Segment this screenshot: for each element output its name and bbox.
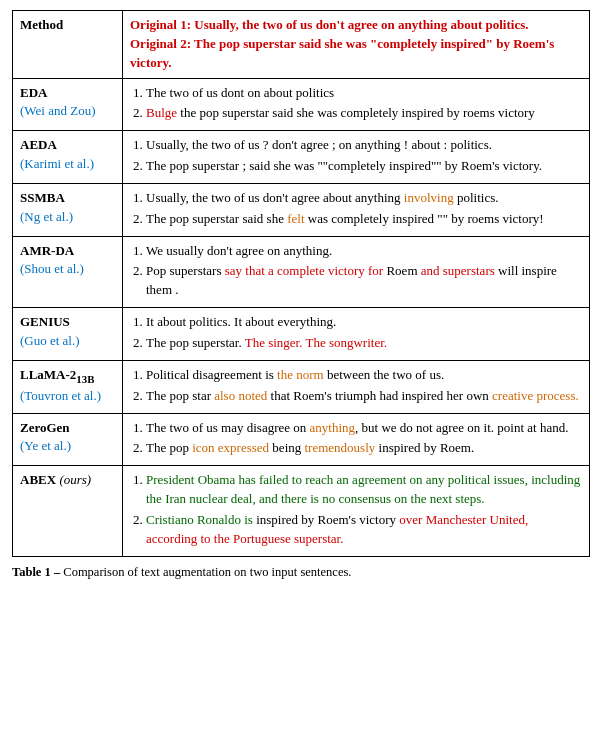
- list-item: Bulge the pop superstar said she was com…: [146, 104, 582, 123]
- list-item: It about politics. It about everything.: [146, 313, 582, 332]
- method-ssmba-ref: (Ng et al.): [20, 209, 73, 224]
- method-eda-name: EDA: [20, 85, 47, 100]
- highlighted-text: anything: [310, 420, 356, 435]
- original-row2: Original 2: The pop superstar said she w…: [130, 35, 582, 73]
- method-aeda-ref: (Karimi et al.): [20, 156, 94, 171]
- highlighted-text: the norm: [277, 367, 324, 382]
- method-zerogen: ZeroGen (Ye et al.): [13, 413, 123, 466]
- original-row: Original 1: Usually, the two of us don't…: [130, 16, 582, 35]
- list-item: Political disagreement is the norm betwe…: [146, 366, 582, 385]
- method-ssmba: SSMBA (Ng et al.): [13, 183, 123, 236]
- list-item: We usually don't agree on anything.: [146, 242, 582, 261]
- list-item: Usually, the two of us don't agree about…: [146, 189, 582, 208]
- list-item: The pop superstar. The singer. The songw…: [146, 334, 582, 353]
- output-amrda: We usually don't agree on anything. Pop …: [123, 236, 590, 308]
- highlighted-text: felt: [287, 211, 304, 226]
- method-zerogen-name: ZeroGen: [20, 420, 70, 435]
- original2-label: Original 2:: [130, 36, 191, 51]
- output-aeda: Usually, the two of us ? don't agree ; o…: [123, 131, 590, 184]
- highlighted-text: Bulge: [146, 105, 177, 120]
- caption-bold: Table 1 –: [12, 565, 60, 579]
- method-abex-ref: (ours): [59, 472, 91, 487]
- method-llama-ref: (Touvron et al.): [20, 388, 101, 403]
- list-item: Cristiano Ronaldo is inspired by Roem's …: [146, 511, 582, 549]
- method-zerogen-ref: (Ye et al.): [20, 438, 71, 453]
- list-item: The two of us dont on about politics: [146, 84, 582, 103]
- method-eda: EDA (Wei and Zou): [13, 78, 123, 131]
- method-llama-name: LLaMA-213B: [20, 367, 94, 382]
- method-aeda-name: AEDA: [20, 137, 57, 152]
- highlighted-text: The singer. The songwriter.: [245, 335, 387, 350]
- method-amrda-ref: (Shou et al.): [20, 261, 84, 276]
- list-item: The pop icon expressed being tremendousl…: [146, 439, 582, 458]
- output-abex: President Obama has failed to reach an a…: [123, 466, 590, 556]
- method-amrda: AMR-DA (Shou et al.): [13, 236, 123, 308]
- method-llama: LLaMA-213B (Touvron et al.): [13, 360, 123, 413]
- method-genius: GENIUS (Guo et al.): [13, 308, 123, 361]
- highlighted-text: President Obama has failed to reach an a…: [146, 472, 580, 506]
- method-genius-name: GENIUS: [20, 314, 70, 329]
- list-item: Pop superstars say that a complete victo…: [146, 262, 582, 300]
- highlighted-text: icon expressed: [192, 440, 269, 455]
- list-item: The pop superstar ; said she was ""compl…: [146, 157, 582, 176]
- method-column-header: Method: [13, 11, 123, 79]
- highlighted-text: Cristiano Ronaldo is: [146, 512, 253, 527]
- list-item: President Obama has failed to reach an a…: [146, 471, 582, 509]
- original1-label: Original 1:: [130, 17, 191, 32]
- table-caption: Table 1 – Comparison of text augmentatio…: [12, 565, 590, 580]
- list-item: The pop star also noted that Roem's triu…: [146, 387, 582, 406]
- method-eda-ref: (Wei and Zou): [20, 103, 95, 118]
- highlighted-text: and superstars: [421, 263, 495, 278]
- list-item: The two of us may disagree on anything, …: [146, 419, 582, 438]
- method-abex-name: ABEX: [20, 472, 56, 487]
- output-column-header: Original 1: Usually, the two of us don't…: [123, 11, 590, 79]
- list-item: The pop superstar said she felt was comp…: [146, 210, 582, 229]
- original2-text: The pop superstar said she was "complete…: [130, 36, 554, 70]
- caption-text: Comparison of text augmentation on two i…: [63, 565, 351, 579]
- highlighted-text: creative process.: [492, 388, 579, 403]
- original1-text: Usually, the two of us don't agree on an…: [194, 17, 528, 32]
- output-genius: It about politics. It about everything. …: [123, 308, 590, 361]
- output-eda: The two of us dont on about politics Bul…: [123, 78, 590, 131]
- method-aeda: AEDA (Karimi et al.): [13, 131, 123, 184]
- method-genius-ref: (Guo et al.): [20, 333, 80, 348]
- output-llama: Political disagreement is the norm betwe…: [123, 360, 590, 413]
- method-amrda-name: AMR-DA: [20, 243, 74, 258]
- highlighted-text: involving: [404, 190, 454, 205]
- output-ssmba: Usually, the two of us don't agree about…: [123, 183, 590, 236]
- output-zerogen: The two of us may disagree on anything, …: [123, 413, 590, 466]
- list-item: Usually, the two of us ? don't agree ; o…: [146, 136, 582, 155]
- method-llama-sub: 13B: [76, 372, 94, 384]
- highlighted-text: say that a complete victory for: [225, 263, 383, 278]
- method-ssmba-name: SSMBA: [20, 190, 65, 205]
- highlighted-text: also noted: [214, 388, 267, 403]
- highlighted-text: tremendously: [305, 440, 376, 455]
- method-abex: ABEX (ours): [13, 466, 123, 556]
